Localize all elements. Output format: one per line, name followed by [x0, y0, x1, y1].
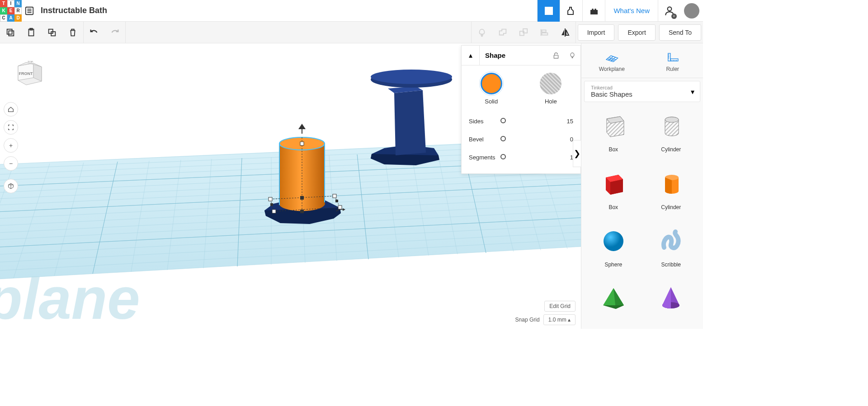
svg-text:TOP: TOP	[28, 61, 33, 63]
svg-rect-95	[270, 203, 273, 206]
header-bar: TIN KER CAD Instructable Bath What's New…	[0, 0, 703, 22]
param-bevel: Bevel 0	[469, 130, 573, 148]
shape-box-solid[interactable]: Box	[586, 163, 641, 218]
svg-rect-11	[547, 12, 550, 15]
ortho-toggle-button[interactable]	[4, 179, 18, 193]
chevron-down-icon: ▾	[691, 87, 694, 96]
svg-rect-88	[300, 142, 304, 145]
grid-controls: Edit Grid Snap Grid 1.0 mm ▴	[515, 298, 576, 325]
design-list-icon[interactable]	[22, 0, 37, 22]
home-view-button[interactable]	[4, 102, 18, 117]
svg-rect-8	[547, 9, 550, 12]
group-button[interactable]	[492, 22, 513, 43]
ruler-tool[interactable]: Ruler	[642, 43, 703, 78]
shape-cone[interactable]	[644, 278, 699, 327]
shape-panel-title: Shape	[480, 51, 548, 59]
svg-rect-12	[550, 12, 553, 15]
shape-category-select[interactable]: Tinkercad Basic Shapes ▾	[584, 81, 700, 102]
shape-cylinder-solid[interactable]: Cylinder	[644, 163, 699, 218]
svg-rect-90	[269, 197, 272, 201]
shape-cylinder-hole[interactable]: Cylinder	[644, 105, 699, 160]
paste-button[interactable]	[21, 22, 42, 43]
project-title[interactable]: Instructable Bath	[37, 6, 111, 15]
sides-slider[interactable]	[500, 120, 560, 122]
svg-rect-94	[300, 210, 304, 213]
view-bricks-button[interactable]	[582, 0, 605, 22]
shape-sphere[interactable]: Sphere	[586, 220, 641, 275]
svg-rect-91	[333, 194, 336, 198]
svg-point-79	[371, 70, 452, 84]
svg-point-15	[594, 9, 596, 10]
delete-button[interactable]	[62, 22, 83, 43]
svg-rect-27	[542, 33, 547, 35]
svg-point-14	[592, 9, 594, 10]
export-button[interactable]: Export	[618, 24, 655, 41]
svg-rect-4	[545, 7, 547, 9]
param-sides: Sides 15	[469, 112, 573, 130]
duplicate-button[interactable]	[42, 22, 62, 43]
svg-rect-13	[590, 10, 598, 14]
lightbulb-icon[interactable]	[564, 46, 580, 65]
svg-rect-7	[545, 9, 547, 12]
svg-rect-89	[300, 196, 304, 200]
import-button[interactable]: Import	[578, 24, 615, 41]
tinkercad-logo[interactable]: TIN KER CAD	[0, 0, 22, 22]
redo-button[interactable]	[104, 22, 125, 43]
toolbar: Import Export Send To	[0, 22, 703, 43]
svg-rect-10	[545, 12, 547, 15]
zoom-out-button[interactable]: −	[4, 156, 18, 171]
shape-properties-panel: ▴ Shape Solid Hole Sides 15 Bevel 0	[461, 45, 581, 174]
svg-rect-9	[550, 9, 553, 12]
mirror-button[interactable]	[555, 22, 576, 43]
lock-icon[interactable]	[548, 46, 564, 65]
account-button[interactable]: +	[658, 0, 680, 22]
workplane-tool[interactable]: Workplane	[581, 43, 642, 78]
ungroup-button[interactable]	[513, 22, 534, 43]
collapse-panel-button[interactable]: ▴	[462, 46, 480, 65]
svg-rect-26	[542, 30, 546, 32]
snap-grid-select[interactable]: 1.0 mm ▴	[543, 314, 576, 325]
shape-pyramid[interactable]	[586, 278, 641, 327]
fit-view-button[interactable]	[4, 120, 18, 135]
align-button[interactable]	[534, 22, 555, 43]
whats-new-link[interactable]: What's New	[605, 0, 658, 22]
shape-box-hole[interactable]: Box	[586, 105, 641, 160]
svg-text:FRONT: FRONT	[19, 71, 33, 76]
undo-button[interactable]	[84, 22, 104, 43]
viewcube[interactable]: FRONT TOP	[14, 57, 45, 89]
svg-marker-129	[603, 305, 624, 309]
svg-point-121	[665, 117, 679, 122]
sidebar-collapse-button[interactable]: ❯	[573, 140, 581, 167]
svg-rect-93	[338, 205, 342, 209]
edit-grid-button[interactable]: Edit Grid	[544, 301, 576, 312]
svg-rect-6	[550, 7, 553, 9]
shape-scribble[interactable]: Scribble	[644, 220, 699, 275]
svg-rect-18	[7, 29, 12, 34]
svg-rect-96	[335, 200, 338, 202]
svg-point-126	[604, 231, 623, 251]
sendto-button[interactable]: Send To	[659, 24, 701, 41]
view-3d-button[interactable]	[537, 0, 560, 22]
svg-rect-92	[272, 210, 276, 213]
bevel-slider[interactable]	[500, 138, 560, 140]
copy-button[interactable]	[0, 22, 21, 43]
param-segments: Segments 1	[469, 148, 573, 166]
show-all-button[interactable]	[472, 22, 492, 43]
svg-point-16	[667, 7, 671, 11]
shapes-sidebar: Workplane Ruler Tinkercad Basic Shapes ▾…	[581, 43, 703, 329]
zoom-in-button[interactable]: +	[4, 138, 18, 153]
view-blocks-button[interactable]	[560, 0, 582, 22]
segments-slider[interactable]	[500, 156, 560, 158]
svg-rect-17	[9, 31, 14, 36]
svg-text:plane: plane	[0, 266, 140, 329]
solid-mode-button[interactable]: Solid	[481, 73, 502, 105]
shapes-grid: Box Cylinder Box Cylinder Sphere Scribbl…	[581, 102, 703, 329]
user-avatar[interactable]	[684, 3, 699, 19]
svg-rect-5	[547, 7, 550, 9]
svg-marker-98	[298, 124, 306, 129]
hole-mode-button[interactable]: Hole	[540, 73, 561, 105]
snap-grid-label: Snap Grid	[515, 317, 540, 323]
